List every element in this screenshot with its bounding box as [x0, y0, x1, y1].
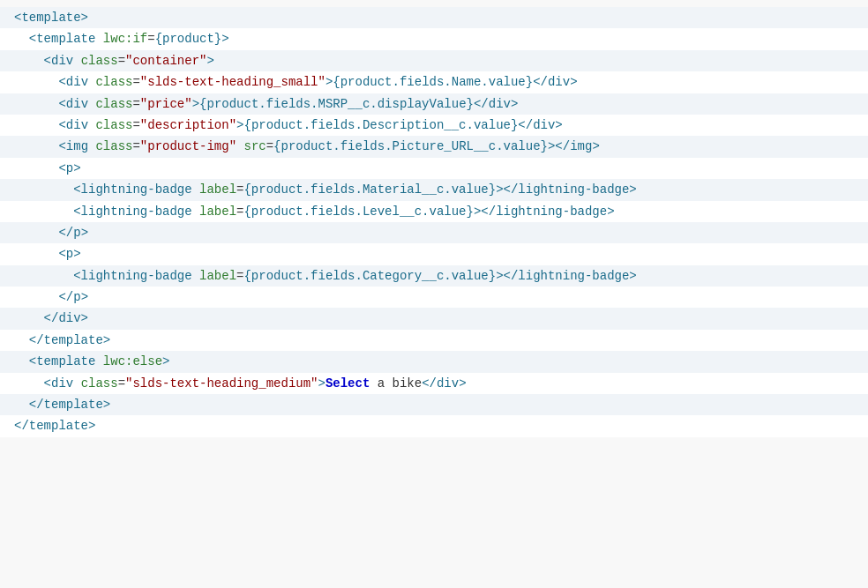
- tag-token: >: [221, 29, 228, 48]
- code-line: <template lwc:if={product}>: [0, 28, 868, 49]
- tag-token: </template>: [29, 395, 110, 414]
- code-line: <div class="container">: [0, 50, 868, 71]
- attr-name-token: class: [81, 374, 118, 393]
- tag-token: >: [326, 72, 333, 92]
- tag-token: </template>: [29, 331, 110, 350]
- tag-token: </p>: [58, 223, 88, 242]
- code-line: <p>: [0, 243, 868, 264]
- code-line: <div class="slds-text-heading_medium">Se…: [0, 373, 868, 394]
- indent: [14, 29, 29, 48]
- expr-token: {product.fields.Description__c.value}: [243, 115, 518, 135]
- indent: [14, 51, 44, 71]
- attr-value-token: "description": [140, 115, 236, 135]
- code-line: <div class="description">{product.fields…: [0, 115, 868, 136]
- attr-name-token: class: [95, 94, 132, 114]
- tag-token: <lightning-badge: [73, 202, 199, 221]
- plain-token: [236, 137, 243, 156]
- plain-token: =: [236, 180, 243, 199]
- tag-token: </div>: [422, 374, 466, 393]
- code-line: </template>: [0, 330, 868, 351]
- keyword-select-token: Select: [326, 374, 370, 393]
- plain-token: =: [132, 94, 139, 114]
- tag-token: ></img>: [548, 137, 600, 156]
- attr-name-token: src: [243, 137, 266, 156]
- attr-name-token: class: [95, 137, 132, 156]
- indent: [14, 72, 58, 92]
- code-line: <lightning-badge label={product.fields.M…: [0, 179, 868, 200]
- code-line: </template>: [0, 394, 868, 415]
- tag-token: ></lightning-badge>: [474, 202, 615, 221]
- tag-token: </template>: [14, 416, 95, 435]
- tag-token: </p>: [58, 287, 88, 307]
- indent: [14, 115, 58, 135]
- indent: [14, 266, 73, 286]
- code-line: </div>: [0, 308, 868, 329]
- attr-value-token: "price": [140, 94, 192, 114]
- attr-name-token: label: [199, 202, 236, 221]
- indent: [14, 137, 58, 156]
- code-line: <img class="product-img" src={product.fi…: [0, 136, 868, 157]
- tag-token: <div: [44, 51, 81, 71]
- tag-token: >: [192, 94, 199, 114]
- attr-value-token: "container": [125, 51, 206, 71]
- tag-token: <img: [58, 137, 95, 156]
- indent: [14, 331, 29, 350]
- indent: [14, 352, 29, 371]
- indent: [14, 244, 58, 264]
- code-line: <p>: [0, 158, 868, 179]
- attr-name-token: class: [95, 115, 132, 135]
- plain-token: =: [147, 29, 154, 48]
- code-line: <div class="slds-text-heading_small">{pr…: [0, 71, 868, 93]
- tag-token: ></lightning-badge>: [496, 266, 637, 286]
- tag-token: <div: [44, 374, 81, 393]
- attr-name-token: lwc:if: [103, 29, 147, 48]
- code-line: </p>: [0, 287, 868, 308]
- attr-name-token: label: [199, 180, 236, 199]
- code-line: <template lwc:else>: [0, 351, 868, 372]
- expr-token: {product.fields.Material__c.value}: [243, 180, 496, 199]
- tag-token: <div: [58, 72, 95, 92]
- code-editor: <template> <template lwc:if={product}> <…: [0, 0, 868, 588]
- tag-token: ></lightning-badge>: [496, 180, 637, 199]
- indent: [14, 180, 73, 199]
- attr-name-token: label: [199, 266, 236, 286]
- indent: [14, 94, 58, 114]
- expr-token: {product.fields.Name.value}: [333, 72, 533, 92]
- attr-value-token: "product-img": [140, 137, 236, 156]
- indent: [14, 374, 44, 393]
- tag-token: <div: [58, 115, 95, 135]
- tag-token: </div>: [44, 309, 88, 328]
- expr-token: {product.fields.Picture_URL__c.value}: [273, 137, 548, 156]
- expr-token: {product.fields.Category__c.value}: [243, 266, 496, 286]
- code-line: <lightning-badge label={product.fields.L…: [0, 201, 868, 222]
- plain-token: =: [132, 72, 139, 92]
- indent: [14, 223, 58, 242]
- tag-token: <p>: [58, 159, 80, 178]
- code-line: </template>: [0, 415, 868, 436]
- plain-token: =: [132, 115, 139, 135]
- tag-token: >: [236, 115, 243, 135]
- plain-token: =: [266, 137, 273, 156]
- attr-value-token: "slds-text-heading_small": [140, 72, 326, 92]
- tag-token: >: [162, 352, 169, 371]
- expr-token: {product.fields.MSRP__c.displayValue}: [199, 94, 474, 114]
- tag-token: >: [318, 374, 325, 393]
- indent: [14, 159, 58, 178]
- indent: [14, 309, 44, 328]
- tag-token: </div>: [518, 115, 562, 135]
- tag-token: >: [206, 51, 213, 71]
- plain-token: a bike: [370, 374, 422, 393]
- indent: [14, 287, 58, 307]
- tag-token: <p>: [58, 244, 80, 264]
- tag-token: </div>: [474, 94, 518, 114]
- plain-token: =: [132, 137, 139, 156]
- indent: [14, 395, 29, 414]
- attr-value-token: "slds-text-heading_medium": [125, 374, 318, 393]
- tag-token: </div>: [533, 72, 577, 92]
- attr-name-token: lwc:else: [103, 352, 162, 371]
- tag-token: <template: [29, 352, 103, 371]
- attr-name-token: class: [81, 51, 118, 71]
- tag-token: <template>: [14, 8, 88, 27]
- plain-token: =: [236, 266, 243, 286]
- plain-token: =: [118, 51, 125, 71]
